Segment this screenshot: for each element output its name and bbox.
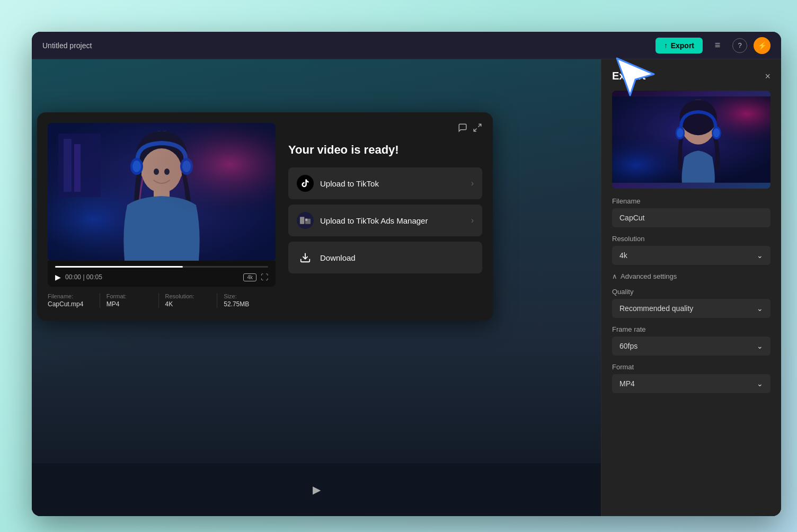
export-button[interactable]: ↑ Export: [656, 38, 703, 54]
fullscreen-button[interactable]: ⛶: [261, 273, 268, 281]
meta-filename-value: CapCut.mp4: [48, 300, 93, 308]
user-avatar-button[interactable]: ⚡: [754, 37, 771, 54]
upload-tiktok-ads-button[interactable]: Upload to TikTok Ads Manager ›: [288, 205, 482, 236]
ready-title: Your video is ready!: [288, 143, 482, 157]
menu-icon-button[interactable]: ≡: [709, 37, 726, 54]
progress-bar[interactable]: [55, 266, 268, 268]
help-icon-button[interactable]: ?: [732, 38, 747, 53]
expand-icon: [473, 123, 482, 132]
video-controls: ▶ 00:00 | 00:05 4k: [48, 261, 276, 287]
svg-rect-33: [612, 96, 771, 183]
upload-tiktok-label: Upload to TikTok: [320, 179, 465, 188]
meta-resolution-label: Resolution:: [165, 293, 211, 299]
resolution-value: 4k: [619, 251, 627, 260]
meta-format-label: Format:: [107, 293, 152, 299]
framerate-chevron-icon: ⌄: [757, 342, 763, 350]
tiktok-chevron-icon: ›: [471, 179, 474, 188]
export-button-label: Export: [671, 41, 694, 50]
svg-line-18: [479, 124, 481, 127]
export-panel: Export ×: [601, 59, 781, 516]
question-icon: ?: [738, 41, 741, 49]
download-button[interactable]: Download: [288, 242, 482, 273]
export-thumbnail: [612, 91, 771, 189]
controls-right: 4k ⛶: [243, 273, 268, 281]
video-meta: Filename: CapCut.mp4 Format: MP4 Resolut…: [48, 287, 276, 310]
format-chevron-icon: ⌄: [757, 379, 763, 388]
meta-resolution-value: 4K: [165, 300, 211, 308]
meta-filename: Filename: CapCut.mp4: [48, 293, 100, 308]
timeline-play-icon: ▶: [313, 484, 321, 495]
export-panel-header: Export ×: [601, 59, 781, 82]
app-window: Untitled project ↑ Export ≡ ? ⚡: [32, 32, 781, 516]
project-title: Untitled project: [42, 41, 92, 50]
upload-tiktok-ads-label: Upload to TikTok Ads Manager: [320, 216, 465, 225]
resolution-chevron-icon: ⌄: [757, 251, 763, 260]
main-content: ▶ 00:00 | 00:05 4k: [32, 59, 781, 516]
format-value: MP4: [619, 379, 635, 388]
advanced-settings-toggle[interactable]: ∧ Advanced settings: [612, 272, 771, 280]
filename-input[interactable]: [612, 208, 771, 227]
export-fields: Filename Resolution 4k ⌄ ∧ Advanced sett…: [601, 197, 781, 401]
center-area: ▶ 00:00 | 00:05 4k: [32, 59, 601, 516]
comment-icon-button[interactable]: [458, 123, 467, 135]
tiktok-logo: [300, 179, 310, 188]
top-bar-actions: ↑ Export ≡ ? ⚡: [656, 37, 771, 54]
tiktok-icon: [297, 175, 314, 192]
svg-rect-20: [300, 217, 304, 224]
video-preview-svg: [48, 123, 276, 261]
svg-line-19: [474, 129, 476, 131]
progress-fill: [55, 266, 183, 268]
meta-filename-label: Filename:: [48, 293, 93, 299]
avatar-icon: ⚡: [758, 41, 767, 50]
play-button[interactable]: ▶: [55, 273, 61, 281]
upload-tiktok-button[interactable]: Upload to TikTok ›: [288, 167, 482, 199]
tiktok-ads-logo: [300, 217, 311, 224]
video-preview: [48, 123, 276, 261]
meta-size-label: Size:: [224, 293, 269, 299]
framerate-select[interactable]: 60fps ⌄: [612, 336, 771, 356]
quality-select[interactable]: Recommended quality ⌄: [612, 299, 771, 318]
export-panel-title: Export: [612, 70, 645, 82]
advanced-settings-label: Advanced settings: [621, 272, 677, 280]
top-bar: Untitled project ↑ Export ≡ ? ⚡: [32, 32, 781, 59]
meta-format-value: MP4: [107, 300, 152, 308]
video-dialog: ▶ 00:00 | 00:05 4k: [37, 112, 493, 321]
framerate-label: Frame rate: [612, 325, 771, 333]
filename-label: Filename: [612, 197, 771, 205]
timeline-play-button[interactable]: ▶: [313, 483, 321, 496]
export-close-button[interactable]: ×: [765, 72, 771, 81]
download-label: Download: [320, 253, 474, 262]
comment-icon: [458, 123, 467, 132]
expand-icon-button[interactable]: [473, 123, 482, 135]
meta-size-value: 52.75MB: [224, 300, 269, 308]
meta-format: Format: MP4: [100, 293, 158, 308]
dialog-actions: Your video is ready! Upload to TikTok ›: [288, 123, 482, 310]
export-thumbnail-svg: [612, 91, 771, 189]
download-icon: [299, 252, 311, 263]
resolution-select[interactable]: 4k ⌄: [612, 246, 771, 265]
svg-rect-22: [305, 219, 307, 221]
time-display: 00:00 | 00:05: [65, 273, 102, 281]
svg-rect-17: [48, 123, 276, 261]
total-time: 00:05: [86, 273, 102, 281]
export-upload-icon: ↑: [664, 41, 668, 49]
meta-resolution: Resolution: 4K: [158, 293, 217, 308]
resolution-label: Resolution: [612, 235, 771, 243]
dialog-top-icons: [288, 123, 482, 135]
framerate-value: 60fps: [619, 342, 637, 350]
quality-label: Quality: [612, 288, 771, 296]
dialog-content: ▶ 00:00 | 00:05 4k: [37, 112, 493, 321]
quality-chevron-icon: ⌄: [757, 304, 763, 313]
bars-icon: ≡: [715, 40, 721, 51]
current-time: 00:00: [65, 273, 81, 281]
format-select[interactable]: MP4 ⌄: [612, 374, 771, 393]
quality-badge: 4k: [243, 273, 256, 281]
timeline-area: ▶: [32, 463, 601, 516]
play-icon: ▶: [55, 273, 61, 281]
tiktok-ads-icon: [297, 212, 314, 229]
video-thumbnail: [48, 123, 276, 261]
download-icon-wrap: [297, 249, 314, 266]
controls-row: ▶ 00:00 | 00:05 4k: [55, 273, 268, 281]
tiktok-ads-chevron-icon: ›: [471, 216, 474, 225]
meta-size: Size: 52.75MB: [217, 293, 276, 308]
